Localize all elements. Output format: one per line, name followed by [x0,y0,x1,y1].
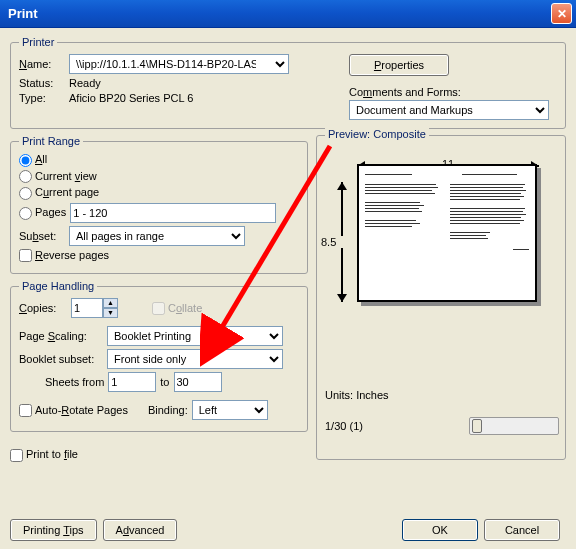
preview-group: Preview: Composite 11 8.5 [316,135,566,460]
reverse-pages-checkbox[interactable]: Reverse pages [19,249,109,263]
collate-checkbox: Collate [152,302,202,316]
auto-rotate-checkbox[interactable]: Auto-Rotate Pages [19,404,128,418]
page-scaling-select[interactable]: Booklet Printing [107,326,283,346]
sheets-from-label: Sheets from [45,376,104,388]
binding-select[interactable]: Left [192,400,268,420]
booklet-subset-label: Booklet subset: [19,353,103,365]
printer-legend: Printer [19,36,57,48]
sheet-slider[interactable] [469,417,559,435]
printer-group: Printer Name: \\ipp://10.1.1.4\MHS-D114-… [10,36,566,129]
page-scaling-label: Page Scaling: [19,330,103,342]
radio-current-page[interactable]: Current page [19,186,99,200]
close-button[interactable]: ✕ [551,3,572,24]
ok-button[interactable]: OK [402,519,478,541]
print-to-file-checkbox[interactable]: Print to file [10,448,78,462]
subset-select[interactable]: All pages in range [69,226,245,246]
preview-title: Preview: Composite [325,128,429,140]
type-label: Type: [19,92,65,104]
pages-input[interactable] [70,203,276,223]
binding-label: Binding: [148,404,188,416]
sheets-from-input[interactable] [108,372,156,392]
units-row: Units: Inches [325,389,389,401]
type-value: Aficio BP20 Series PCL 6 [69,92,193,104]
radio-pages[interactable]: Pages [19,206,66,220]
comments-select[interactable]: Document and Markups [349,100,549,120]
status-value: Ready [69,77,101,89]
window-title: Print [8,6,38,21]
print-range-legend: Print Range [19,135,83,147]
dim-height: 8.5 [337,182,351,302]
name-label: Name: [19,58,65,70]
comments-label: Comments and Forms: [349,86,557,98]
sheets-to-input[interactable] [174,372,222,392]
printer-name-select[interactable]: \\ipp://10.1.1.4\MHS-D114-BP20-LASER [69,54,289,74]
copies-stepper[interactable]: ▲▼ [71,298,118,318]
cancel-button[interactable]: Cancel [484,519,560,541]
status-label: Status: [19,77,65,89]
copies-label: Copies: [19,302,67,314]
properties-button[interactable]: Properties [349,54,449,76]
print-range-group: Print Range All Current view Current pag… [10,135,308,274]
title-bar: Print ✕ [0,0,576,28]
page-handling-legend: Page Handling [19,280,97,292]
printing-tips-button[interactable]: Printing Tips [10,519,97,541]
to-label: to [160,376,169,388]
dialog-body: Printer Name: \\ipp://10.1.1.4\MHS-D114-… [0,28,576,549]
subset-label: Subset: [19,230,65,242]
sheet-counter: 1/30 (1) [325,420,363,432]
radio-current-view[interactable]: Current view [19,170,97,184]
page-handling-group: Page Handling Copies: ▲▼ Collate Page Sc… [10,280,308,432]
booklet-subset-select[interactable]: Front side only [107,349,283,369]
preview-page [357,164,537,302]
radio-all[interactable]: All [19,153,47,167]
advanced-button[interactable]: Advanced [103,519,178,541]
